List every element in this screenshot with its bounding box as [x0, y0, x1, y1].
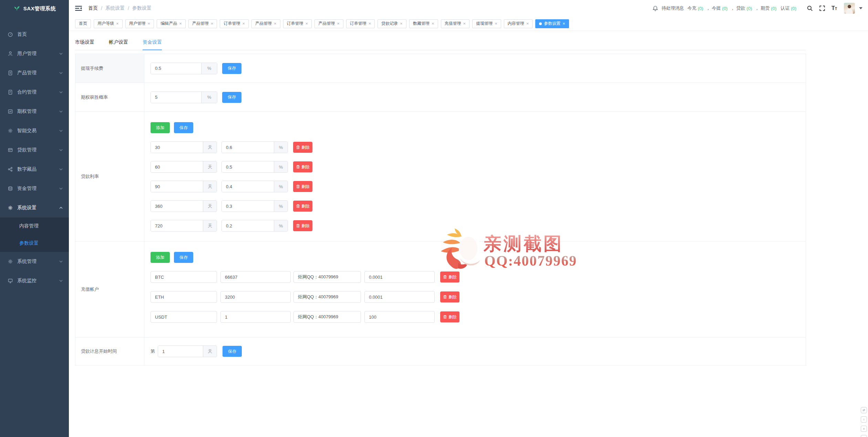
- tab-account-settings[interactable]: 帐户设置: [109, 36, 128, 50]
- notice-count[interactable]: (0): [746, 6, 752, 11]
- sidebar-item-smart-trade[interactable]: 智能交易: [0, 121, 69, 140]
- notice-label[interactable]: 期货: [761, 5, 769, 11]
- font-size-icon[interactable]: TT: [831, 6, 837, 11]
- sidebar-item-products[interactable]: 产品管理: [0, 63, 69, 83]
- close-icon[interactable]: ×: [369, 21, 371, 26]
- loan-rate-input[interactable]: [222, 161, 274, 172]
- tab-funds-settings[interactable]: 资金设置: [143, 36, 162, 50]
- tag-tab[interactable]: 首页: [75, 19, 91, 28]
- close-icon[interactable]: ×: [463, 21, 466, 26]
- sidebar-item-funds[interactable]: 资金管理: [0, 179, 69, 198]
- sidebar-item-home[interactable]: 首页: [0, 25, 69, 44]
- loan-rate-input[interactable]: [222, 142, 274, 153]
- tag-tab[interactable]: 产品管理 ×: [251, 19, 280, 28]
- loan-rate-input[interactable]: [222, 181, 274, 192]
- loan-days-input[interactable]: [151, 181, 203, 192]
- loan-rate-input[interactable]: [222, 201, 274, 212]
- sidebar-item-loans[interactable]: 贷款管理: [0, 140, 69, 160]
- add-button[interactable]: 添加: [151, 252, 170, 263]
- notice-count[interactable]: (0): [698, 6, 703, 11]
- sidebar-item-system-monitor[interactable]: 系统监控: [0, 271, 69, 290]
- tag-tab[interactable]: 产品管理 ×: [314, 19, 343, 28]
- sidebar-subitem-parameter-settings[interactable]: 参数设置: [0, 235, 69, 252]
- delete-button[interactable]: 删除: [293, 181, 312, 192]
- sidebar-subitem-content-management[interactable]: 内容管理: [0, 217, 69, 235]
- tag-tab[interactable]: 订单管理 ×: [220, 19, 249, 28]
- coin-min-input[interactable]: [364, 311, 435, 323]
- close-icon[interactable]: ×: [400, 21, 403, 26]
- bell-icon[interactable]: [652, 6, 658, 11]
- delete-button[interactable]: 删除: [440, 271, 459, 283]
- close-icon[interactable]: ×: [306, 21, 308, 26]
- tag-tab[interactable]: 数藏管理 ×: [409, 19, 438, 28]
- loan-days-input[interactable]: [151, 142, 203, 153]
- notice-label[interactable]: 认证: [781, 5, 789, 11]
- search-icon[interactable]: [807, 5, 813, 11]
- notice-count[interactable]: (0): [791, 6, 796, 11]
- coin-value-input[interactable]: [220, 311, 291, 323]
- floating-tool-button[interactable]: ⇄: [861, 407, 867, 413]
- close-icon[interactable]: ×: [211, 21, 214, 26]
- delete-button[interactable]: 删除: [440, 311, 459, 322]
- loan-days-input[interactable]: [151, 161, 203, 172]
- close-icon[interactable]: ×: [242, 21, 245, 26]
- sidebar-item-system-management[interactable]: 系统管理: [0, 252, 69, 271]
- loan-rate-input[interactable]: [222, 220, 274, 231]
- save-button[interactable]: 保存: [222, 63, 241, 74]
- sidebar-item-contracts[interactable]: 合约管理: [0, 83, 69, 102]
- delete-button[interactable]: 删除: [293, 201, 312, 212]
- floating-tool-button[interactable]: ▤: [861, 435, 867, 437]
- tag-tab[interactable]: 提现管理 ×: [472, 19, 501, 28]
- avatar[interactable]: [844, 3, 855, 14]
- sidebar-toggle-icon[interactable]: [75, 6, 82, 11]
- breadcrumb-home[interactable]: 首页: [88, 5, 98, 11]
- close-icon[interactable]: ×: [179, 21, 182, 26]
- notice-count[interactable]: (0): [771, 6, 776, 11]
- loan-days-input[interactable]: [151, 220, 203, 231]
- option-win-rate-input[interactable]: [151, 92, 201, 103]
- coin-value-input[interactable]: [220, 271, 291, 283]
- coin-name-input[interactable]: [151, 311, 217, 323]
- sidebar-item-system-settings[interactable]: 系统设置: [0, 198, 69, 217]
- save-button[interactable]: 保存: [222, 92, 241, 103]
- tag-tab[interactable]: 贷款记录 ×: [378, 19, 406, 28]
- delete-button[interactable]: 删除: [293, 161, 312, 172]
- close-icon[interactable]: ×: [148, 21, 151, 26]
- coin-value-input[interactable]: [220, 291, 291, 303]
- tag-tab[interactable]: 参数设置 ×: [535, 19, 569, 28]
- close-icon[interactable]: ×: [337, 21, 340, 26]
- close-icon[interactable]: ×: [432, 21, 434, 26]
- notice-label[interactable]: 今充: [688, 5, 696, 11]
- coin-address-input[interactable]: [293, 271, 361, 283]
- add-button[interactable]: 添加: [151, 122, 170, 133]
- notice-count[interactable]: (0): [722, 6, 728, 11]
- loan-days-input[interactable]: [151, 201, 203, 212]
- fullscreen-icon[interactable]: [819, 5, 825, 11]
- tag-tab[interactable]: 编辑产品 ×: [157, 19, 186, 28]
- coin-min-input[interactable]: [364, 271, 435, 283]
- withdraw-fee-input[interactable]: [151, 63, 201, 74]
- notice-label[interactable]: 今提: [712, 5, 721, 11]
- floating-tool-button[interactable]: ○: [861, 416, 867, 423]
- delete-button[interactable]: 删除: [440, 291, 459, 302]
- delete-button[interactable]: 删除: [293, 142, 312, 153]
- save-button[interactable]: 保存: [174, 252, 193, 263]
- coin-name-input[interactable]: [151, 291, 217, 303]
- tag-tab[interactable]: 用户管理 ×: [125, 19, 154, 28]
- tag-tab[interactable]: 用户等级 ×: [94, 19, 123, 28]
- chevron-down-icon[interactable]: [859, 7, 862, 9]
- coin-min-input[interactable]: [364, 291, 435, 303]
- coin-name-input[interactable]: [151, 271, 217, 283]
- tag-tab[interactable]: 充值管理 ×: [441, 19, 470, 28]
- save-button[interactable]: 保存: [174, 122, 193, 133]
- interest-start-input[interactable]: [158, 346, 203, 357]
- close-icon[interactable]: ×: [274, 21, 277, 26]
- logo[interactable]: SAX管理系统: [0, 0, 69, 17]
- delete-button[interactable]: 删除: [293, 220, 312, 231]
- tag-tab[interactable]: 订单管理 ×: [283, 19, 312, 28]
- close-icon[interactable]: ×: [562, 21, 565, 26]
- coin-address-input[interactable]: [293, 291, 361, 303]
- coin-address-input[interactable]: [293, 311, 361, 323]
- notice-label[interactable]: 贷款: [736, 5, 745, 11]
- sidebar-item-users[interactable]: 用户管理: [0, 44, 69, 63]
